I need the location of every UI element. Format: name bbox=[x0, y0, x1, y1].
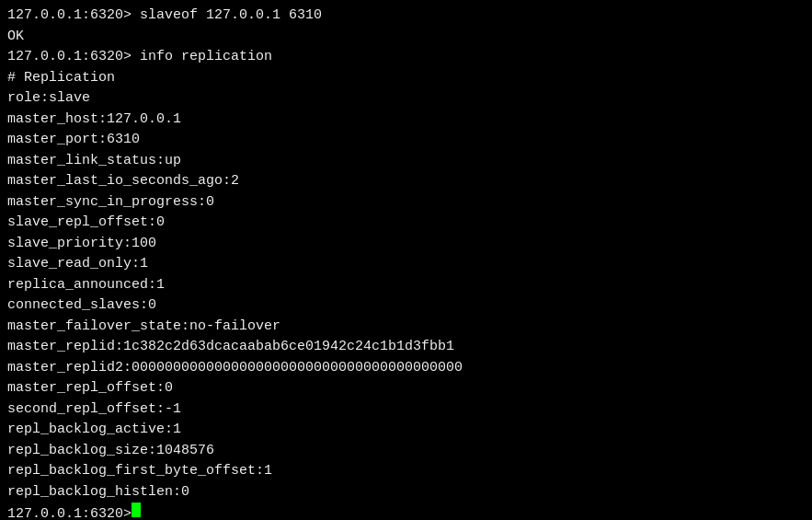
terminal-line-14: replica_announced:1 bbox=[7, 275, 805, 296]
terminal-prompt-line: 127.0.0.1:6320> bbox=[7, 503, 805, 520]
terminal-line-11: slave_repl_offset:0 bbox=[7, 213, 805, 234]
terminal-line-23: repl_backlog_first_byte_offset:1 bbox=[7, 461, 805, 482]
terminal-line-18: master_replid2:0000000000000000000000000… bbox=[7, 358, 805, 379]
terminal-line-6: master_host:127.0.0.1 bbox=[7, 110, 805, 131]
terminal-line-12: slave_priority:100 bbox=[7, 234, 805, 255]
terminal-line-21: repl_backlog_active:1 bbox=[7, 420, 805, 441]
terminal-line-24: repl_backlog_histlen:0 bbox=[7, 482, 805, 503]
terminal-cursor bbox=[132, 503, 141, 517]
terminal-line-9: master_last_io_seconds_ago:2 bbox=[7, 171, 805, 192]
terminal-line-7: master_port:6310 bbox=[7, 130, 805, 151]
terminal-line-20: second_repl_offset:-1 bbox=[7, 399, 805, 421]
terminal-line-13: slave_read_only:1 bbox=[7, 254, 805, 275]
terminal-line-17: master_replid:1c382c2d63dcacaabab6ce0194… bbox=[7, 337, 805, 358]
terminal-line-22: repl_backlog_size:1048576 bbox=[7, 441, 805, 462]
terminal-window[interactable]: 127.0.0.1:6320> slaveof 127.0.0.1 6310 O… bbox=[0, 0, 812, 520]
terminal-prompt: 127.0.0.1:6320> bbox=[7, 504, 132, 520]
terminal-line-8: master_link_status:up bbox=[7, 151, 805, 172]
terminal-line-4: # Replication bbox=[7, 68, 805, 89]
terminal-line-15: connected_slaves:0 bbox=[7, 295, 805, 317]
terminal-line-16: master_failover_state:no-failover bbox=[7, 317, 805, 338]
terminal-line-1: 127.0.0.1:6320> slaveof 127.0.0.1 6310 bbox=[7, 6, 805, 27]
terminal-line-10: master_sync_in_progress:0 bbox=[7, 192, 805, 214]
terminal-line-2: OK bbox=[7, 27, 805, 48]
terminal-line-3: 127.0.0.1:6320> info replication bbox=[7, 47, 805, 68]
terminal-line-5: role:slave bbox=[7, 88, 805, 110]
terminal-line-19: master_repl_offset:0 bbox=[7, 378, 805, 399]
